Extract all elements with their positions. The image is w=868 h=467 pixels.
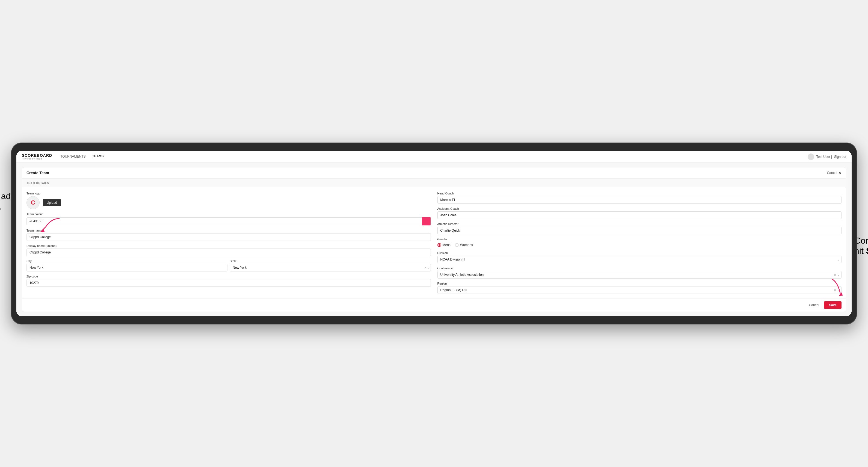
logo-circle: C [27,196,39,209]
team-logo-label: Team logo [27,192,431,195]
region-field: Region Region II - (M) DIII ✕ ⌄ [437,282,842,294]
gender-mens-label: Mens [443,243,451,247]
panel-footer: Cancel Save [22,298,846,312]
team-colour-field: Team colour [27,213,431,225]
section-label: TEAM DETAILS [27,182,49,185]
zip-label: Zip code [27,275,431,278]
team-colour-label: Team colour [27,213,431,216]
save-button[interactable]: Save [824,301,841,309]
svg-marker-0 [40,229,45,232]
assistant-coach-input[interactable] [437,211,842,219]
city-state-field: City State New York [27,259,431,272]
head-coach-field: Head Coach [437,192,842,204]
region-label: Region [437,282,842,285]
main-content: Create Team Cancel ✕ TEAM DETAILS [17,163,851,316]
division-select-wrapper: NCAA Division III ⌄ [437,256,842,263]
head-coach-label: Head Coach [437,192,842,195]
team-logo-field: Team logo C Upload [27,192,431,209]
panel-title: Create Team [27,171,49,175]
upload-button[interactable]: Upload [43,199,61,206]
panel-cancel-btn[interactable]: Cancel ✕ [827,171,841,175]
team-colour-input[interactable] [27,217,422,225]
arrow-left-icon [38,216,62,233]
conference-label: Conference [437,267,842,270]
athletic-director-input[interactable] [437,227,842,234]
logo-letter: C [31,199,35,206]
state-select[interactable]: New York [229,264,431,272]
athletic-director-label: Athletic Director [437,222,842,225]
svg-marker-1 [839,292,843,296]
logo-area: C Upload [27,196,431,209]
sign-out-link[interactable]: Sign out [834,155,846,159]
city-input[interactable] [27,264,227,272]
tablet-frame: SCOREBOARD Powered by clippd TOURNAMENTS… [11,143,857,324]
city-label: City [27,259,227,263]
cancel-button[interactable]: Cancel [806,302,822,309]
division-label: Division [437,251,842,254]
zip-input[interactable] [27,279,431,287]
annotation-left-line3: information. [0,201,2,211]
region-select[interactable]: Region II - (M) DIII [437,286,842,294]
tablet-screen: SCOREBOARD Powered by clippd TOURNAMENTS… [17,151,851,316]
conference-field: Conference University Athletic Associati… [437,267,842,279]
team-name-label: Team name [27,229,431,232]
gender-mens-option[interactable]: Mens [437,243,451,247]
arrow-right-icon [829,276,851,299]
form-right: Head Coach Assistant Coach Athletic Dire… [437,192,842,294]
nav-teams[interactable]: TEAMS [92,154,104,159]
brand-sub: Powered by clippd [22,158,52,160]
form-body: Team logo C Upload Team colo [22,187,846,298]
team-name-field: Team name [27,229,431,241]
close-icon: ✕ [838,171,841,175]
gender-womens-radio[interactable] [455,243,459,247]
athletic-director-field: Athletic Director [437,222,842,234]
gender-womens-option[interactable]: Womens [455,243,473,247]
division-field: Division NCAA Division III ⌄ [437,251,842,263]
nav-links: TOURNAMENTS TEAMS [60,154,808,159]
color-swatch[interactable] [422,217,431,225]
cancel-label: Cancel [827,171,837,175]
city-field: City [27,259,227,272]
navbar: SCOREBOARD Powered by clippd TOURNAMENTS… [17,151,851,163]
assistant-coach-label: Assistant Coach [437,207,842,210]
gender-radio-group: Mens Womens [437,242,842,248]
state-label: State [229,259,431,263]
display-name-input[interactable] [27,249,431,256]
gender-label: Gender [437,238,842,241]
brand-title: SCOREBOARD [22,153,52,158]
head-coach-input[interactable] [437,196,842,204]
conference-select[interactable]: University Athletic Association [437,271,842,279]
state-field: State New York ✕ ⌄ [229,259,431,272]
create-team-panel: Create Team Cancel ✕ TEAM DETAILS [22,167,846,312]
navbar-right: Test User | Sign out [808,154,846,160]
display-name-field: Display name (unique) [27,244,431,256]
conference-select-wrapper: University Athletic Association ✕ ⌄ [437,271,842,279]
gender-field: Gender Mens Womens [437,238,842,248]
brand: SCOREBOARD Powered by clippd [22,153,52,160]
division-select[interactable]: NCAA Division III [437,256,842,263]
city-state-row: City State New York [27,259,431,272]
zip-field: Zip code [27,275,431,287]
team-name-input[interactable] [27,233,431,241]
panel-header: Create Team Cancel ✕ [22,167,846,179]
user-avatar [808,154,814,160]
section-header: TEAM DETAILS [22,179,846,187]
color-field-wrapper [27,217,431,225]
nav-tournaments[interactable]: TOURNAMENTS [60,155,86,159]
state-select-wrapper: New York ✕ ⌄ [229,264,431,272]
gender-womens-label: Womens [460,243,473,247]
display-name-label: Display name (unique) [27,244,431,247]
user-name: Test User | [816,155,832,159]
annotation-right-save: Save [866,246,868,256]
gender-mens-radio[interactable] [437,243,441,247]
region-select-wrapper: Region II - (M) DIII ✕ ⌄ [437,286,842,294]
assistant-coach-field: Assistant Coach [437,207,842,219]
form-left: Team logo C Upload Team colo [27,192,431,294]
